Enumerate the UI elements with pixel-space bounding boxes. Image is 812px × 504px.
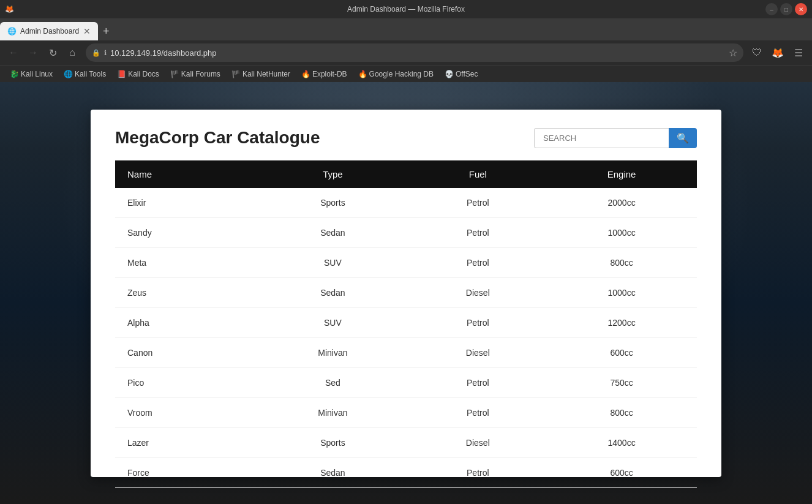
- cell-name-1: Sandy: [115, 217, 256, 247]
- search-button[interactable]: 🔍: [669, 128, 697, 148]
- bookmark-favicon-exploit-db: 🔥: [301, 70, 310, 78]
- bookmark-kali-linux[interactable]: 🐉Kali Linux: [5, 69, 58, 80]
- table-row: Vroom Minivan Petrol 800cc: [115, 397, 697, 427]
- security-icon: 🔒: [92, 49, 100, 57]
- cell-name-7: Vroom: [115, 397, 256, 427]
- cell-name-2: Meta: [115, 247, 256, 277]
- bookmark-kali-nethunter[interactable]: 🏴Kali NetHunter: [227, 69, 295, 80]
- info-icon: ℹ: [104, 49, 107, 57]
- pocket-button[interactable]: 🛡: [748, 44, 765, 61]
- cell-engine-3: 1000cc: [546, 277, 697, 307]
- col-name: Name: [115, 160, 256, 188]
- table-row: Elixir Sports Petrol 2000cc: [115, 188, 697, 218]
- maximize-button[interactable]: □: [780, 3, 792, 15]
- toolbar-right: 🛡 🦊 ☰: [748, 44, 807, 61]
- address-bar-container: 🔒 ℹ ☆: [86, 43, 743, 62]
- tab-favicon: 🌐: [7, 27, 17, 36]
- search-icon: 🔍: [677, 132, 689, 144]
- cell-fuel-0: Petrol: [409, 188, 546, 218]
- cell-engine-7: 800cc: [546, 397, 697, 427]
- cell-name-0: Elixir: [115, 188, 256, 218]
- bookmark-favicon-kali-nethunter: 🏴: [231, 70, 240, 78]
- catalogue-card: MegaCorp Car Catalogue 🔍 Name Type Fuel …: [91, 110, 721, 477]
- cell-type-6: Sed: [256, 367, 409, 397]
- cell-name-4: Alpha: [115, 307, 256, 337]
- bookmark-label-kali-tools: Kali Tools: [75, 70, 106, 78]
- cell-engine-5: 600cc: [546, 337, 697, 367]
- col-engine: Engine: [546, 160, 697, 188]
- cell-fuel-1: Petrol: [409, 217, 546, 247]
- bookmark-favicon-kali-linux: 🐉: [10, 70, 18, 78]
- back-button[interactable]: ←: [5, 44, 22, 61]
- cell-fuel-8: Diesel: [409, 427, 546, 457]
- toolbar: ← → ↻ ⌂ 🔒 ℹ ☆ 🛡 🦊 ☰: [0, 40, 812, 65]
- bookmark-favicon-kali-docs: 📕: [117, 70, 126, 78]
- car-table: Name Type Fuel Engine Elixir Sports Petr…: [115, 160, 697, 488]
- bookmark-exploit-db[interactable]: 🔥Exploit-DB: [296, 69, 352, 80]
- cell-engine-8: 1400cc: [546, 427, 697, 457]
- tab-close-button[interactable]: ✕: [83, 26, 91, 36]
- page-title: MegaCorp Car Catalogue: [115, 128, 320, 148]
- table-row: Canon Minivan Diesel 600cc: [115, 337, 697, 367]
- col-type: Type: [256, 160, 409, 188]
- bookmark-favicon-google-hacking: 🔥: [358, 70, 367, 78]
- table-row: Alpha SUV Petrol 1200cc: [115, 307, 697, 337]
- bookmark-label-offsec: OffSec: [456, 70, 478, 78]
- menu-button[interactable]: ☰: [790, 44, 807, 61]
- bookmark-label-google-hacking: Google Hacking DB: [369, 70, 434, 78]
- home-button[interactable]: ⌂: [64, 44, 81, 61]
- cell-name-3: Zeus: [115, 277, 256, 307]
- cell-type-8: Sports: [256, 427, 409, 457]
- table-row: Sandy Sedan Petrol 1000cc: [115, 217, 697, 247]
- cell-name-5: Canon: [115, 337, 256, 367]
- cell-engine-4: 1200cc: [546, 307, 697, 337]
- bookmark-kali-forums[interactable]: 🏴Kali Forums: [165, 69, 225, 80]
- tabbar: 🌐 Admin Dashboard ✕ +: [0, 18, 812, 40]
- cell-type-5: Minivan: [256, 337, 409, 367]
- firefox-account-button[interactable]: 🦊: [769, 44, 786, 61]
- cell-type-2: SUV: [256, 247, 409, 277]
- forward-button[interactable]: →: [24, 44, 42, 61]
- tab-label: Admin Dashboard: [20, 27, 79, 36]
- bookmark-label-kali-forums: Kali Forums: [181, 70, 220, 78]
- card-header: MegaCorp Car Catalogue 🔍: [115, 128, 697, 148]
- cell-engine-6: 750cc: [546, 367, 697, 397]
- table-row: Zeus Sedan Diesel 1000cc: [115, 277, 697, 307]
- cell-engine-9: 600cc: [546, 457, 697, 487]
- address-input[interactable]: [110, 48, 725, 58]
- search-wrap: 🔍: [534, 128, 697, 148]
- reload-button[interactable]: ↻: [44, 44, 61, 61]
- active-tab[interactable]: 🌐 Admin Dashboard ✕: [0, 22, 98, 40]
- cell-fuel-9: Petrol: [409, 457, 546, 487]
- cell-fuel-2: Petrol: [409, 247, 546, 277]
- bookmark-label-kali-nethunter: Kali NetHunter: [242, 70, 290, 78]
- cell-type-3: Sedan: [256, 277, 409, 307]
- bookmark-kali-tools[interactable]: 🌐Kali Tools: [59, 69, 111, 80]
- bookmark-google-hacking[interactable]: 🔥Google Hacking DB: [353, 69, 438, 80]
- cell-name-6: Pico: [115, 367, 256, 397]
- table-row: Pico Sed Petrol 750cc: [115, 367, 697, 397]
- table-row: Meta SUV Petrol 800cc: [115, 247, 697, 277]
- bookmark-favicon-kali-forums: 🏴: [170, 70, 179, 78]
- cell-engine-2: 800cc: [546, 247, 697, 277]
- cell-engine-0: 2000cc: [546, 188, 697, 218]
- bookmark-offsec[interactable]: 💀OffSec: [440, 69, 483, 80]
- bookmark-label-exploit-db: Exploit-DB: [312, 70, 347, 78]
- cell-fuel-5: Diesel: [409, 337, 546, 367]
- search-input[interactable]: [534, 128, 669, 148]
- cell-type-7: Minivan: [256, 397, 409, 427]
- bookmark-label-kali-docs: Kali Docs: [128, 70, 159, 78]
- cell-type-0: Sports: [256, 188, 409, 218]
- main-content: MegaCorp Car Catalogue 🔍 Name Type Fuel …: [0, 82, 812, 504]
- new-tab-button[interactable]: +: [98, 22, 115, 40]
- window-title: Admin Dashboard — Mozilla Firefox: [347, 5, 465, 13]
- bookmark-kali-docs[interactable]: 📕Kali Docs: [112, 69, 164, 80]
- minimize-button[interactable]: –: [765, 3, 778, 15]
- bookmark-star-button[interactable]: ☆: [729, 47, 737, 59]
- cell-type-4: SUV: [256, 307, 409, 337]
- cell-fuel-6: Petrol: [409, 367, 546, 397]
- bookmarks-bar: 🐉Kali Linux🌐Kali Tools📕Kali Docs🏴Kali Fo…: [0, 65, 812, 82]
- close-button[interactable]: ✕: [795, 3, 807, 15]
- bookmark-label-kali-linux: Kali Linux: [21, 70, 53, 78]
- col-fuel: Fuel: [409, 160, 546, 188]
